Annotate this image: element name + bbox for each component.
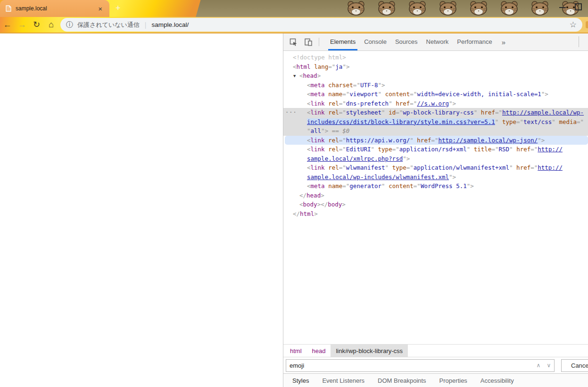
code-token: < <box>307 137 311 144</box>
devtools-tab-sources[interactable]: Sources <box>391 33 422 50</box>
code-token: < <box>307 82 311 89</box>
browser-toolbar: ← → ↻ ⌂ ⓘ 保護されていない通信 | sample.local/ ☆ <box>0 17 588 33</box>
code-token: name <box>328 182 342 189</box>
theme-mascot-row <box>347 0 580 16</box>
code-token: "> <box>449 100 456 107</box>
code-line[interactable]: <body></body> <box>283 200 588 209</box>
code-token: > <box>314 210 318 217</box>
home-button[interactable]: ⌂ <box>44 17 58 33</box>
code-line[interactable]: sample.local/xmlrpc.php?rsd"> <box>283 154 588 164</box>
devtools-tab-network[interactable]: Network <box>422 33 453 50</box>
reload-button[interactable]: ↻ <box>29 17 44 33</box>
code-token: https://api.w.org/ <box>346 137 410 144</box>
code-token: width=device-width, initial-scale=1 <box>417 91 541 98</box>
search-next-icon[interactable]: ∨ <box>544 362 554 369</box>
code-token: rel <box>328 137 339 144</box>
breadcrumb-item[interactable]: html <box>285 345 307 357</box>
code-line[interactable]: <meta name="viewport" content="width=dev… <box>283 90 588 99</box>
tab-title: sample.local <box>16 5 97 12</box>
sidebar-tabs: StylesEvent ListenersDOM BreakpointsProp… <box>283 373 588 387</box>
code-token: rel <box>328 100 339 107</box>
code-line[interactable]: </html> <box>283 209 588 219</box>
code-token: > <box>342 201 346 208</box>
code-token: href <box>516 146 530 153</box>
code-token: meta <box>311 91 325 98</box>
code-token: "> <box>541 91 548 98</box>
code-token: =" <box>396 109 403 116</box>
search-cancel-button[interactable]: Cancel <box>561 359 588 372</box>
address-bar[interactable]: ⓘ 保護されていない通信 | sample.local/ ☆ <box>60 18 582 32</box>
code-line[interactable]: </head> <box>283 191 588 200</box>
breadcrumb-item[interactable]: head <box>307 345 331 357</box>
extension-icon-clipped[interactable] <box>586 21 588 28</box>
code-line[interactable]: "all"> == $0 <box>283 126 588 136</box>
window-maximize-button[interactable] <box>575 3 582 10</box>
sidebar-tab-dom-breakpoints[interactable]: DOM Breakpoints <box>371 374 433 387</box>
code-token: body <box>328 201 342 208</box>
code-line[interactable]: <!doctype html> <box>283 53 588 62</box>
sidebar-tab-styles[interactable]: Styles <box>286 374 315 387</box>
code-token: generator <box>349 182 381 189</box>
code-token: sample.local/wp-includes/wlwmanifest.xml <box>307 173 449 181</box>
code-token: =" <box>530 164 538 171</box>
code-token: < <box>307 100 311 107</box>
bookmark-star-icon[interactable]: ☆ <box>570 21 577 29</box>
code-token: " <box>371 146 378 153</box>
hamster-face-icon <box>408 0 427 16</box>
code-line[interactable]: <link rel="wlwmanifest" type="applicatio… <box>283 163 588 173</box>
code-line[interactable]: <html lang="ja"> <box>283 62 588 72</box>
code-token: all <box>311 127 322 134</box>
main-area: ElementsConsoleSourcesNetworkPerformance… <box>0 33 588 387</box>
code-line[interactable]: <link rel="dns-prefetch" href="//s.w.org… <box>283 99 588 108</box>
tab-close-icon[interactable]: × <box>97 5 104 12</box>
devtools-tab-console[interactable]: Console <box>360 33 391 50</box>
more-tabs-icon[interactable]: » <box>502 38 505 46</box>
code-line[interactable]: sample.local/wp-includes/wlwmanifest.xml… <box>283 173 588 182</box>
code-token: =" <box>342 91 349 98</box>
code-token: =" <box>339 164 346 171</box>
code-token: link <box>311 137 325 144</box>
code-token: name <box>328 91 342 98</box>
address-url[interactable]: sample.local/ <box>151 21 569 28</box>
code-token: WordPress 5.1 <box>421 182 467 189</box>
device-toolbar-icon[interactable] <box>304 38 313 46</box>
code-token: " <box>495 118 502 125</box>
sidebar-tab-properties[interactable]: Properties <box>433 374 474 387</box>
code-line[interactable]: includes/css/dist/block-library/style.mi… <box>283 117 588 127</box>
code-line[interactable]: <meta charset="UTF-8"> <box>283 81 588 90</box>
code-line[interactable]: <link rel="https://api.w.org/" href="htt… <box>285 136 588 145</box>
inspect-element-icon[interactable] <box>290 38 298 46</box>
browser-tab[interactable]: sample.local × <box>0 0 109 17</box>
toolbar-right-divider <box>579 36 579 47</box>
search-input[interactable] <box>286 362 533 369</box>
code-token: < <box>299 201 303 208</box>
breadcrumb-item[interactable]: link#wp-block-library-css <box>331 345 408 357</box>
code-token: =" <box>414 182 421 189</box>
sidebar-tab-accessibility[interactable]: Accessibility <box>474 374 521 387</box>
code-token: =" <box>491 146 498 153</box>
sidebar-tab-event-listeners[interactable]: Event Listeners <box>315 374 371 387</box>
code-token: link <box>311 109 325 116</box>
code-line[interactable]: <meta name="generator" content="WordPres… <box>283 181 588 191</box>
code-token: > <box>317 72 321 79</box>
new-tab-button[interactable]: + <box>116 4 121 12</box>
window-minimize-button[interactable] <box>559 7 566 8</box>
back-button[interactable]: ← <box>0 17 15 33</box>
code-token: href <box>417 137 431 144</box>
code-line[interactable]: ▼<head> <box>283 71 588 81</box>
hamster-face-icon <box>530 0 549 16</box>
page-info-icon[interactable]: ⓘ <box>66 20 73 29</box>
devtools-tab-performance[interactable]: Performance <box>453 33 496 50</box>
forward-button[interactable]: → <box>15 17 29 33</box>
expand-arrow-icon[interactable]: ▼ <box>293 72 299 81</box>
search-previous-icon[interactable]: ∧ <box>533 362 544 369</box>
code-line[interactable]: ...<link rel="stylesheet" id="wp-block-l… <box>283 108 588 117</box>
code-token: charset <box>328 82 353 89</box>
code-token: includes/css/dist/block-library/style.mi… <box>307 118 495 125</box>
code-line[interactable]: <link rel="EditURI" type="application/rs… <box>283 145 588 154</box>
selected-line-gutter-dots: ... <box>285 108 297 116</box>
code-token: stylesheet <box>346 109 381 116</box>
code-token: rel <box>328 146 339 153</box>
devtools-tab-elements[interactable]: Elements <box>326 33 360 50</box>
code-token: =" <box>339 100 346 107</box>
